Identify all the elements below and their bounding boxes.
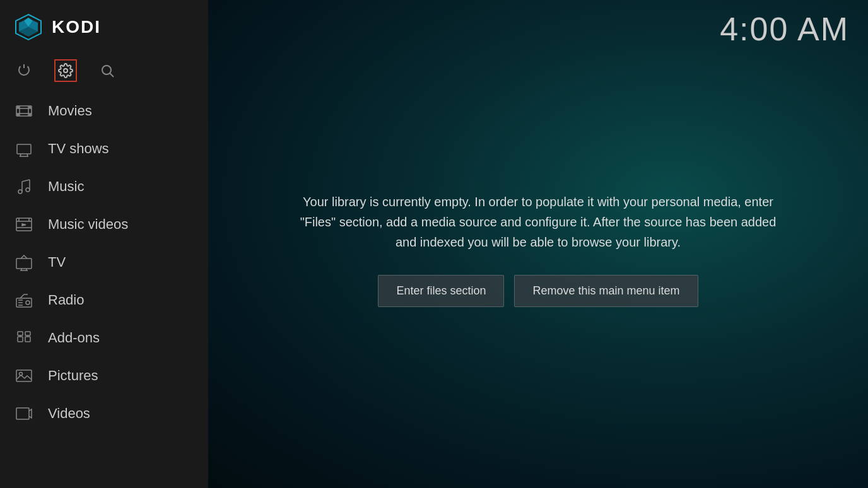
enter-files-button[interactable]: Enter files section xyxy=(378,275,504,307)
main-content: 4:00 AM Your library is currently empty.… xyxy=(208,0,868,488)
svg-rect-44 xyxy=(18,332,23,335)
top-icons-bar xyxy=(0,54,208,92)
settings-icon[interactable] xyxy=(54,59,77,82)
logo-area: KODI xyxy=(0,0,208,54)
svg-rect-33 xyxy=(16,259,32,269)
svg-rect-48 xyxy=(16,370,32,381)
svg-point-38 xyxy=(26,301,30,305)
musicvideos-label: Music videos xyxy=(48,216,128,233)
radio-icon xyxy=(13,289,35,311)
pictures-icon xyxy=(13,364,35,387)
svg-point-14 xyxy=(18,107,19,108)
svg-rect-45 xyxy=(25,332,30,335)
power-icon[interactable] xyxy=(13,59,35,82)
sidebar-item-addons[interactable]: Add-ons xyxy=(0,319,208,357)
library-empty-message: Your library is currently empty. In orde… xyxy=(292,192,784,252)
radio-label: Radio xyxy=(48,292,84,308)
svg-point-6 xyxy=(64,69,67,73)
tv-label: TV xyxy=(48,254,66,270)
sidebar-item-tv[interactable]: TV xyxy=(0,243,208,281)
clock-display: 4:00 AM xyxy=(720,0,868,48)
svg-rect-43 xyxy=(25,337,30,342)
movies-label: Movies xyxy=(48,103,92,119)
addons-icon xyxy=(13,327,35,349)
svg-point-7 xyxy=(102,66,111,74)
videos-label: Videos xyxy=(48,405,90,422)
svg-line-8 xyxy=(110,74,114,78)
videos-icon xyxy=(13,402,35,425)
sidebar: KODI xyxy=(0,0,208,488)
svg-rect-50 xyxy=(16,408,29,419)
tvshows-icon xyxy=(13,137,35,160)
music-icon xyxy=(13,175,35,198)
sidebar-item-tvshows[interactable]: TV shows xyxy=(0,130,208,168)
tvshows-label: TV shows xyxy=(48,141,109,157)
sidebar-item-musicvideos[interactable]: Music videos xyxy=(0,206,208,243)
sidebar-item-videos[interactable]: Videos xyxy=(0,395,208,433)
addons-label: Add-ons xyxy=(48,330,100,346)
remove-menu-item-button[interactable]: Remove this main menu item xyxy=(514,275,698,307)
svg-point-15 xyxy=(18,114,19,115)
svg-point-22 xyxy=(18,190,22,194)
sidebar-item-radio[interactable]: Radio xyxy=(0,281,208,319)
pictures-label: Pictures xyxy=(48,368,98,384)
tv-icon xyxy=(13,251,35,274)
movies-icon xyxy=(13,100,35,122)
svg-line-26 xyxy=(22,180,30,182)
sidebar-item-pictures[interactable]: Pictures xyxy=(0,357,208,395)
svg-point-23 xyxy=(26,188,30,192)
music-label: Music xyxy=(48,178,84,195)
musicvideos-icon xyxy=(13,213,35,236)
navigation-menu: Movies TV shows xyxy=(0,92,208,488)
app-title: KODI xyxy=(52,17,101,37)
svg-marker-32 xyxy=(22,224,26,226)
svg-point-17 xyxy=(30,114,31,115)
sidebar-item-movies[interactable]: Movies xyxy=(0,92,208,130)
svg-rect-18 xyxy=(17,144,31,154)
svg-point-16 xyxy=(30,107,31,108)
svg-rect-42 xyxy=(18,337,23,342)
content-area: Your library is currently empty. In orde… xyxy=(208,48,868,488)
action-buttons: Enter files section Remove this main men… xyxy=(378,275,698,307)
search-icon[interactable] xyxy=(96,59,119,82)
kodi-logo-icon xyxy=(13,11,44,43)
sidebar-item-music[interactable]: Music xyxy=(0,168,208,206)
